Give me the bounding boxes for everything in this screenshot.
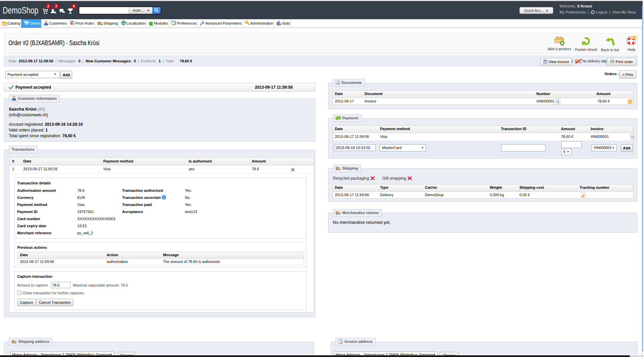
svg-text:NEW: NEW: [631, 36, 636, 39]
